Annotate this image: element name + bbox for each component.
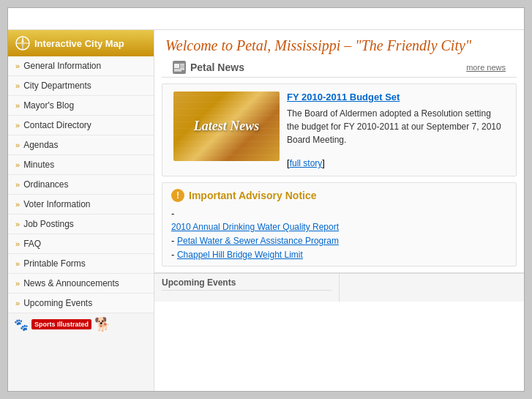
svg-rect-7 [180,64,184,65]
latest-news-overlay-text: Latest News [194,119,260,134]
more-news-link[interactable]: more news [466,63,506,72]
sidebar-item-faq[interactable]: » FAQ [8,234,154,254]
upcoming-events-title: Upcoming Events [162,277,331,291]
advisory-link-separator: - [171,249,177,260]
news-headline-link[interactable]: FY 2010-2011 Budget Set [287,92,505,102]
sports-illustrated-area[interactable]: 🐾 Sports Illustrated 🐕 [8,313,154,335]
sidebar-label: Upcoming Events [23,298,92,308]
bottom-strip: Upcoming Events [154,272,524,302]
welcome-title: Welcome to Petal, Mississippi – "The Fri… [154,30,524,58]
arrow-icon: » [15,200,20,209]
sidebar-label: Contact Directory [23,120,91,130]
arrow-icon: » [15,141,20,149]
news-title-area: Petal News [173,61,244,74]
bottom-strip-right [340,274,524,302]
sidebar-item-minutes[interactable]: » Minutes [8,155,154,175]
advisory-link-water-sewer[interactable]: Petal Water & Sewer Assistance Program [177,236,339,246]
sidebar-label: Agendas [23,140,58,150]
sidebar-label: Minutes [23,160,54,170]
arrow-icon: » [15,160,20,169]
sidebar-label: Voter Information [23,199,90,209]
advisory-link-water-quality[interactable]: 2010 Annual Drinking Water Quality Repor… [171,222,507,232]
arrow-icon: » [15,121,20,130]
arrow-icon: » [15,259,20,268]
sidebar-label: Job Postings [23,219,74,229]
advisory-title: Important Advisory Notice [189,190,317,201]
sports-illustrated-logo: Sports Illustrated [31,319,91,329]
arrow-icon: » [15,101,20,110]
upcoming-events-strip: Upcoming Events [154,274,340,302]
arrow-icon: » [15,299,20,307]
full-story-link[interactable]: full story [290,158,323,168]
main-content: Welcome to Petal, Mississippi – "The Fri… [154,30,524,391]
map-button-label: Interactive City Map [34,38,124,49]
sidebar-label: Ordinances [23,179,68,190]
svg-rect-8 [180,66,184,67]
sidebar-item-mayors-blog[interactable]: » Mayor's Blog [8,96,154,116]
top-banner [8,8,524,30]
sidebar-label: FAQ [23,239,41,249]
svg-rect-10 [174,69,184,70]
svg-rect-9 [180,67,184,69]
sidebar: Interactive City Map » General Informati… [8,30,154,391]
sidebar-item-ordinances[interactable]: » Ordinances [8,175,154,195]
arrow-icon: » [15,61,20,70]
full-story-bracket-close: ] [322,157,325,168]
sidebar-label: Printable Forms [23,258,86,269]
advisory-link-separator: - [171,208,507,219]
outer-frame: Interactive City Map » General Informati… [0,0,532,399]
sidebar-item-city-departments[interactable]: » City Departments [8,76,154,96]
animal-icon: 🐕 [94,316,110,332]
sidebar-item-agendas[interactable]: » Agendas [8,135,154,155]
arrow-icon: » [15,279,20,288]
svg-rect-11 [174,70,181,72]
sidebar-label: General Information [23,61,101,71]
main-area: Interactive City Map » General Informati… [8,30,524,391]
sidebar-item-upcoming-events[interactable]: » Upcoming Events [8,294,154,313]
interactive-city-map-button[interactable]: Interactive City Map [8,30,154,56]
paw-icon: 🐾 [14,318,29,332]
news-section-header: Petal News more news [162,58,517,78]
sidebar-item-contact-directory[interactable]: » Contact Directory [8,116,154,135]
arrow-icon: » [15,81,20,90]
inner-frame: Interactive City Map » General Informati… [7,7,525,392]
advisory-links: - 2010 Annual Drinking Water Quality Rep… [171,208,507,260]
advisory-icon: ! [171,189,184,202]
news-article: Latest News FY 2010-2011 Budget Set The … [162,83,517,176]
svg-rect-6 [174,64,179,68]
newspaper-icon [173,61,186,74]
compass-icon [15,36,30,51]
news-section-title: Petal News [190,61,244,73]
sidebar-item-printable-forms[interactable]: » Printable Forms [8,254,154,274]
arrow-icon: » [15,220,20,228]
sidebar-label: City Departments [23,81,91,91]
advisory-link-separator: - [171,235,177,246]
advisory-header: ! Important Advisory Notice [171,189,507,202]
arrow-icon: » [15,180,20,189]
sidebar-label: Mayor's Blog [23,100,74,111]
sidebar-item-job-postings[interactable]: » Job Postings [8,215,154,234]
news-image: Latest News [173,92,280,161]
arrow-icon: » [15,239,20,248]
sidebar-item-news-announcements[interactable]: » News & Announcements [8,274,154,294]
sidebar-item-general-information[interactable]: » General Information [8,56,154,76]
sidebar-label: News & Announcements [23,278,119,288]
news-body-text: The Board of Aldermen adopted a Resoluti… [287,107,505,146]
news-content: FY 2010-2011 Budget Set The Board of Ald… [287,92,505,168]
advisory-section: ! Important Advisory Notice - 2010 Annua… [162,182,517,266]
sidebar-item-voter-information[interactable]: » Voter Information [8,195,154,215]
advisory-link-bridge[interactable]: Chappel Hill Bridge Weight Limit [177,250,303,260]
